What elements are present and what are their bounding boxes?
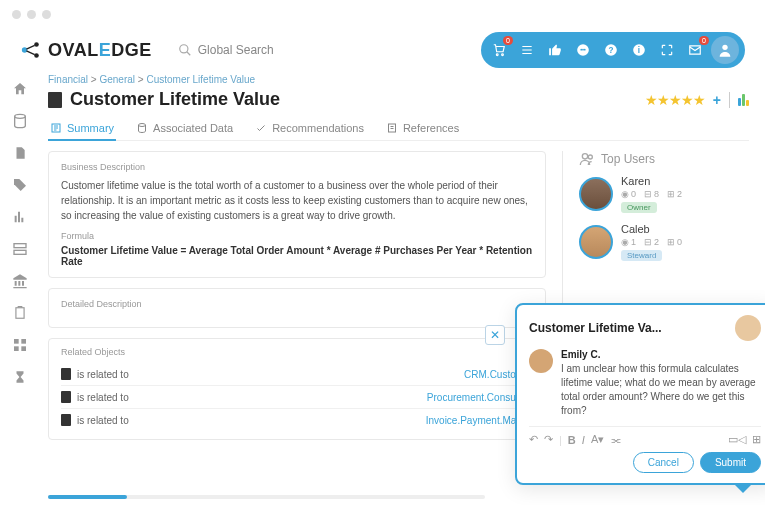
clipboard-icon[interactable] (11, 304, 29, 322)
user-avatar (579, 225, 613, 259)
breadcrumb[interactable]: Financial > General > Customer Lifetime … (48, 74, 749, 85)
data-icon (136, 122, 148, 134)
user-avatar (579, 177, 613, 211)
grid-icon[interactable] (11, 336, 29, 354)
analytics-icon[interactable] (738, 94, 749, 106)
message-icon[interactable] (571, 38, 595, 62)
video-icon[interactable]: ▭◁ (728, 433, 746, 446)
rating-stars[interactable]: ★★★★★ (645, 92, 705, 108)
tab-references[interactable]: References (384, 118, 461, 140)
svg-point-20 (139, 124, 146, 127)
document-icon[interactable] (11, 144, 29, 162)
svg-point-3 (179, 45, 187, 53)
editor-toolbar: ↶ ↷ | B I A▾ ⫘ ▭◁ ⊞ (529, 426, 761, 446)
redo-icon[interactable]: ↷ (544, 433, 553, 446)
summary-icon (50, 122, 62, 134)
undo-icon[interactable]: ↶ (529, 433, 538, 446)
traffic-light-dot (42, 10, 51, 19)
svg-rect-18 (21, 346, 26, 351)
traffic-light-dot (27, 10, 36, 19)
svg-point-0 (22, 47, 28, 53)
global-search[interactable]: Global Search (168, 37, 348, 63)
related-row[interactable]: is related to Invoice.Payment.Master (61, 409, 533, 431)
thumbs-up-icon[interactable] (543, 38, 567, 62)
page-title: Customer Lifetime Value (70, 89, 280, 110)
tab-associated-data[interactable]: Associated Data (134, 118, 235, 140)
check-icon (255, 122, 267, 134)
svg-rect-16 (21, 339, 26, 344)
tab-summary[interactable]: Summary (48, 118, 116, 140)
svg-rect-13 (14, 250, 26, 254)
hourglass-icon[interactable] (11, 368, 29, 386)
divider (729, 92, 730, 108)
related-objects-card: Related Objects is related to CRM.Custom… (48, 338, 546, 440)
close-button[interactable]: ✕ (485, 325, 505, 345)
svg-point-10 (722, 45, 727, 50)
tag-icon[interactable] (11, 176, 29, 194)
font-size-icon[interactable]: A▾ (591, 433, 604, 446)
list-icon[interactable] (515, 38, 539, 62)
help-icon[interactable]: ? (599, 38, 623, 62)
svg-point-23 (588, 155, 592, 159)
business-description-text: Customer lifetime value is the total wor… (61, 178, 533, 223)
references-icon (386, 122, 398, 134)
grid-icon[interactable]: ⊞ (752, 433, 761, 446)
search-placeholder: Global Search (198, 43, 274, 57)
popup-avatar (735, 315, 761, 341)
role-badge: Steward (621, 250, 662, 261)
top-user[interactable]: Karen ◉ 0 ⊟ 8 ⊞ 2 Owner (579, 175, 749, 213)
tabs: Summary Associated Data Recommendations … (48, 118, 749, 141)
attachment-icon[interactable]: ⫘ (610, 434, 621, 446)
svg-point-4 (496, 54, 498, 56)
svg-rect-15 (14, 339, 19, 344)
server-icon[interactable] (11, 240, 29, 258)
svg-point-1 (34, 42, 39, 47)
comment-author: Emily C. (561, 349, 761, 360)
progress-bar (48, 495, 485, 499)
svg-point-5 (502, 54, 504, 56)
italic-icon[interactable]: I (582, 434, 585, 446)
mail-icon[interactable]: 0 (683, 38, 707, 62)
logo-icon (20, 39, 42, 61)
cancel-button[interactable]: Cancel (633, 452, 694, 473)
comment-avatar (529, 349, 553, 373)
logo: OVALEDGE (20, 39, 152, 61)
institution-icon[interactable] (11, 272, 29, 290)
object-icon (61, 414, 71, 426)
submit-button[interactable]: Submit (700, 452, 761, 473)
top-user[interactable]: Caleb ◉ 1 ⊟ 2 ⊞ 0 Steward (579, 223, 749, 261)
users-icon (579, 151, 595, 167)
svg-point-2 (34, 53, 39, 58)
comment-popup: Customer Lifetime Va... Emily C. I am un… (515, 303, 765, 485)
home-icon[interactable] (11, 80, 29, 98)
info-icon[interactable]: i (627, 38, 651, 62)
svg-text:?: ? (609, 46, 614, 55)
expand-icon[interactable] (655, 38, 679, 62)
formula-text: Customer Lifetime Value = Average Total … (61, 245, 532, 267)
window-titlebar (0, 0, 765, 28)
chart-icon[interactable] (11, 208, 29, 226)
sidebar (0, 72, 40, 505)
top-users-heading: Top Users (579, 151, 749, 167)
topbar: OVALEDGE Global Search 0 ? i 0 (0, 28, 765, 72)
svg-point-11 (15, 114, 26, 118)
detailed-description-card: Detailed Description (48, 288, 546, 328)
progress-fill (48, 495, 127, 499)
term-icon (48, 92, 62, 108)
object-icon (61, 391, 71, 403)
bold-icon[interactable]: B (568, 434, 576, 446)
tab-recommendations[interactable]: Recommendations (253, 118, 366, 140)
svg-rect-14 (16, 308, 24, 319)
cart-icon[interactable]: 0 (487, 38, 511, 62)
user-avatar[interactable] (711, 36, 739, 64)
related-row[interactable]: is related to Procurement.Consumer (61, 386, 533, 409)
svg-text:i: i (638, 46, 640, 55)
traffic-light-dot (12, 10, 21, 19)
object-icon (61, 368, 71, 380)
svg-point-22 (582, 154, 587, 159)
topbar-actions: 0 ? i 0 (481, 32, 745, 68)
add-button[interactable]: + (713, 92, 721, 108)
related-row[interactable]: is related to CRM.Customer (61, 363, 533, 386)
comment-message: I am unclear how this formula calculates… (561, 362, 761, 418)
database-icon[interactable] (11, 112, 29, 130)
